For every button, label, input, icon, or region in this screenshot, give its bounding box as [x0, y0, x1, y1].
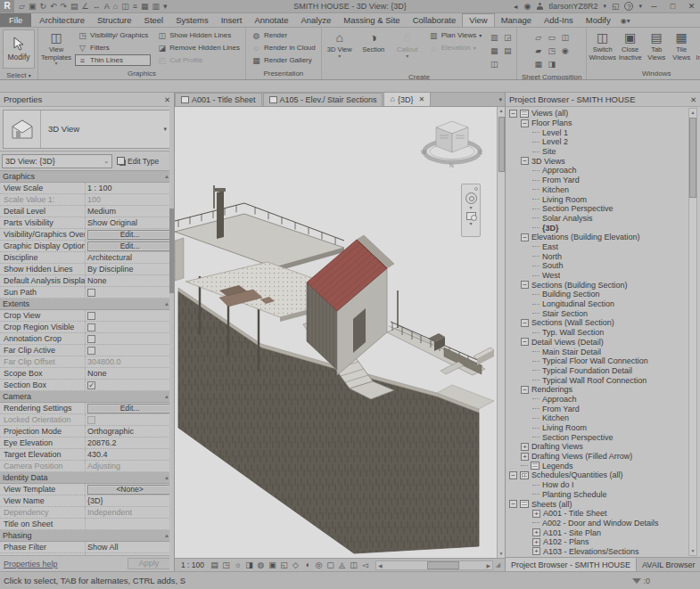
collapse-node-icon[interactable]: −: [521, 157, 529, 165]
browser-item-main-stair-detail[interactable]: Main Stair Detail: [506, 347, 700, 356]
property-value[interactable]: [86, 519, 174, 529]
scroll-up-icon[interactable]: ▲: [691, 109, 696, 117]
view-cube[interactable]: W N E: [420, 114, 484, 171]
browser-item-floor-plans[interactable]: −Floor Plans: [506, 119, 700, 128]
print-icon[interactable]: ▤: [70, 0, 78, 12]
menu-tab-architecture[interactable]: Architecture: [33, 13, 91, 27]
default-3d-view-icon[interactable]: ⌂: [113, 0, 118, 12]
browser-scrollbar[interactable]: ▲ ▼: [688, 108, 697, 556]
property-value[interactable]: <None>: [86, 484, 174, 495]
browser-item-approach[interactable]: Approach: [506, 166, 700, 176]
crop-view-icon[interactable]: ▣: [267, 560, 278, 569]
sheet-composition-tool-icon[interactable]: ▦: [532, 58, 545, 70]
thin-lines-icon[interactable]: ≡: [133, 0, 137, 12]
tile-views-button[interactable]: ▦Tile Views: [670, 29, 693, 61]
sheet-composition-tool-icon[interactable]: ◳: [546, 45, 558, 57]
revit-logo-icon[interactable]: R: [0, 0, 14, 12]
collapse-node-icon[interactable]: −: [521, 119, 529, 127]
show-hidden-lines-button[interactable]: ◫Show Hidden Lines: [154, 29, 243, 41]
property-value[interactable]: Adjusting: [86, 461, 174, 471]
view-tab-a105[interactable]: A105 - Elev./ Stair Sections: [263, 93, 383, 106]
sheet-composition-tool-icon[interactable]: ▱: [532, 31, 545, 44]
close-button[interactable]: ✕: [685, 2, 698, 11]
switch-windows-button[interactable]: ◫Switch Windows: [589, 29, 615, 61]
browser-item-stair-section[interactable]: Stair Section: [506, 308, 700, 318]
browser-item-site[interactable]: Site: [506, 147, 700, 157]
property-value[interactable]: Working Drawings: [86, 553, 174, 555]
property-edit-button[interactable]: Edit...: [87, 241, 172, 251]
property-edit-button[interactable]: Edit...: [87, 404, 172, 413]
expand-node-icon[interactable]: +: [521, 443, 529, 451]
create-tool-icon[interactable]: ▥: [488, 31, 500, 44]
3d-model[interactable]: [175, 107, 497, 558]
instance-selector[interactable]: 3D View: {3D} ⌄: [2, 154, 112, 168]
help-dropdown-caret-icon[interactable]: ▾: [638, 3, 642, 10]
property-value[interactable]: [86, 287, 174, 298]
panel-label-graphics[interactable]: Graphics: [38, 69, 245, 79]
scroll-right-icon[interactable]: ▶: [486, 562, 490, 569]
collapse-node-icon[interactable]: −: [509, 471, 517, 479]
browser-item-living-room[interactable]: Living Room: [506, 194, 700, 204]
chevron-down-icon[interactable]: ▾: [469, 222, 472, 226]
create-tool-icon[interactable]: ▤: [501, 45, 514, 57]
scroll-thumb[interactable]: [427, 561, 459, 569]
menu-tab-file[interactable]: File: [0, 13, 31, 27]
aligned-dimension-icon[interactable]: ↔: [93, 0, 101, 12]
browser-item-typical-floor-wall-connection[interactable]: Typical Floor Wall Connection: [506, 356, 700, 366]
apply-button[interactable]: Apply: [128, 558, 170, 569]
browser-item-3d-views[interactable]: −3D Views: [506, 156, 700, 166]
browser-item-how-do-i[interactable]: How do I: [506, 480, 700, 490]
rendering-dialog-icon[interactable]: ◍: [255, 560, 267, 569]
properties-section-graphics[interactable]: Graphics▲: [0, 171, 174, 183]
scroll-down-icon[interactable]: ▼: [499, 550, 504, 558]
temporary-hide-isolate-icon[interactable]: ◖: [301, 560, 313, 569]
browser-item-kitchen[interactable]: Kitchen: [506, 185, 700, 195]
save-icon[interactable]: ▣: [29, 0, 37, 12]
browser-item-sheets-all[interactable]: −Sheets (all): [506, 499, 700, 509]
expand-node-icon[interactable]: +: [532, 528, 540, 536]
tab-avail-browser[interactable]: AVAIL Browser: [637, 558, 700, 571]
menu-tab-steel[interactable]: Steel: [138, 13, 170, 27]
menu-tab-annotate[interactable]: Annotate: [248, 13, 294, 27]
menu-tab-modify[interactable]: Modify: [580, 13, 617, 27]
create-tool-icon[interactable]: ◲: [501, 31, 514, 44]
property-edit-button[interactable]: <None>: [87, 485, 172, 495]
tab-project-browser[interactable]: Project Browser - SMITH HOUSE: [506, 558, 637, 571]
compass-east-label[interactable]: E: [479, 149, 483, 155]
browser-item-legends[interactable]: Legends: [506, 461, 700, 470]
redo-icon[interactable]: ↷: [61, 0, 68, 12]
create-tool-icon[interactable]: ▦: [488, 45, 500, 57]
browser-item-drafting-views[interactable]: +Drafting Views: [506, 442, 700, 452]
sheet-composition-tool-icon[interactable]: ▭: [546, 31, 558, 44]
tab-list-caret-icon[interactable]: ▾: [496, 96, 505, 106]
menu-tab-systems[interactable]: Systems: [169, 13, 214, 27]
browser-item-north[interactable]: North: [506, 251, 700, 261]
property-checkbox[interactable]: [87, 312, 95, 320]
thin-lines-button[interactable]: ≡Thin Lines: [75, 54, 151, 66]
collapse-node-icon[interactable]: −: [521, 386, 529, 394]
browser-item-sections-wall-section[interactable]: −Sections (Wall Section): [506, 318, 700, 328]
type-selector[interactable]: 3D View ▾: [3, 110, 171, 149]
browser-item-east[interactable]: East: [506, 242, 700, 252]
scroll-thumb[interactable]: [498, 117, 505, 172]
browser-item-level-1[interactable]: Level 1: [506, 127, 700, 137]
browser-item-kitchen[interactable]: Kitchen: [506, 413, 700, 423]
resize-grip-icon[interactable]: ◢: [494, 561, 502, 569]
property-value[interactable]: Independent: [86, 507, 174, 518]
selection-filter[interactable]: :0: [632, 577, 650, 585]
unlocked-view-icon[interactable]: ◇: [290, 560, 301, 569]
chevron-down-icon[interactable]: ▾: [469, 206, 472, 210]
sheet-composition-tool-icon[interactable]: ◫: [559, 31, 572, 44]
close-inactive-button[interactable]: ▣Close Inactive: [617, 29, 643, 61]
panel-label-presentation[interactable]: Presentation: [246, 69, 321, 79]
render-button[interactable]: ◍Render: [249, 29, 318, 41]
property-value[interactable]: Edit...: [86, 229, 174, 240]
browser-item-a001-title-sheet[interactable]: +A001 - Title Sheet: [506, 509, 700, 519]
plan-views-button[interactable]: ▥Plan Views ▾: [426, 29, 484, 41]
property-value[interactable]: None: [86, 368, 174, 379]
menu-tab-collaborate[interactable]: Collaborate: [407, 13, 463, 27]
visibility-graphics-button[interactable]: ◳Visibility/ Graphics: [75, 29, 151, 41]
expand-node-icon[interactable]: +: [532, 538, 540, 546]
compass-west-label[interactable]: W: [421, 149, 427, 155]
expand-node-icon[interactable]: +: [532, 510, 540, 518]
